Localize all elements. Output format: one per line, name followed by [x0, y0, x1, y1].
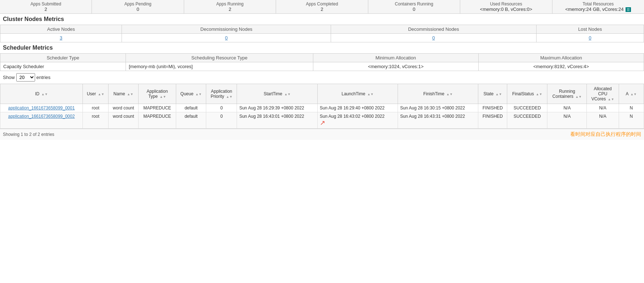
- containers-sort-icon: ▲▼: [575, 95, 582, 99]
- col-final-status[interactable]: FinalStatus ▲▼: [507, 84, 547, 104]
- apps-completed-value: 2: [279, 7, 365, 12]
- col-allocated-cpu[interactable]: AllocatedCPUVCores ▲▼: [587, 84, 619, 104]
- scheduler-metrics-title: Scheduler Metrics: [0, 42, 644, 53]
- cpu-sort-icon: ▲▼: [608, 97, 614, 101]
- total-resources-value: <memory:24 GB, vCores:24 ☰: [555, 7, 641, 12]
- col-state[interactable]: State ▲▼: [478, 84, 507, 104]
- decommissioning-nodes-header: Decommissioning Nodes: [122, 25, 331, 34]
- cell-name: word count: [109, 104, 139, 112]
- lost-nodes-value[interactable]: 0: [536, 34, 644, 42]
- show-entries-control: Show 10 20 50 100 entries: [0, 71, 644, 84]
- cell-app-type: MAPREDUCE: [139, 112, 176, 129]
- cell-user: root: [83, 112, 109, 129]
- apps-submitted-cell: Apps Submitted 2: [0, 0, 92, 13]
- containers-running-cell: Containers Running 0: [368, 0, 460, 13]
- cell-allocated-cpu: N/A: [587, 112, 619, 129]
- maximum-allocation-header: Maximum Allocation: [478, 54, 644, 62]
- minimum-allocation-header: Minimum Allocation: [313, 54, 478, 62]
- apps-submitted-label: Apps Submitted: [3, 1, 89, 7]
- col-user[interactable]: User ▲▼: [83, 84, 109, 104]
- cell-launch-time: Sun Aug 28 16:43:02 +0800 2022↗: [317, 112, 398, 129]
- cell-name: word count: [109, 112, 139, 129]
- decommissioned-nodes-value[interactable]: 0: [331, 34, 536, 42]
- used-resources-label: Used Resources: [463, 1, 549, 7]
- show-label: Show: [3, 75, 15, 80]
- cluster-nodes-title: Cluster Nodes Metrics: [0, 14, 644, 25]
- cell-final-status: SUCCEEDED: [507, 112, 547, 129]
- cell-start-time: Sun Aug 28 16:43:01 +0800 2022: [237, 112, 317, 129]
- apps-pending-value: 0: [95, 7, 181, 12]
- cell-running-containers: N/A: [547, 104, 587, 112]
- apps-submitted-value: 2: [3, 7, 89, 12]
- cell-launch-time: Sun Aug 28 16:29:40 +0800 2022: [317, 104, 398, 112]
- col-start-time[interactable]: StartTime ▲▼: [237, 84, 317, 104]
- minimum-allocation-value: <memory:1024, vCores:1>: [313, 62, 478, 71]
- lost-nodes-header: Lost Nodes: [536, 25, 644, 34]
- col-running-containers[interactable]: RunningContainers ▲▼: [547, 84, 587, 104]
- decommissioning-nodes-value[interactable]: 0: [122, 34, 331, 42]
- apps-completed-cell: Apps Completed 2: [276, 0, 368, 13]
- apps-completed-label: Apps Completed: [279, 1, 365, 7]
- cell-running-containers: N/A: [547, 112, 587, 129]
- table-footer: Showing 1 to 2 of 2 entries 看时间对应自己执行程序的…: [0, 129, 644, 140]
- starttime-sort-icon: ▲▼: [284, 92, 291, 96]
- col-extra[interactable]: A ▲▼: [619, 84, 644, 104]
- cell-final-status: SUCCEEDED: [507, 104, 547, 112]
- col-app-type[interactable]: ApplicationType ▲▼: [139, 84, 176, 104]
- cell-id[interactable]: application_1661673658099_0002: [0, 112, 83, 129]
- scheduling-resource-type-header: Scheduling Resource Type: [126, 54, 313, 62]
- cell-app-type: MAPREDUCE: [139, 104, 176, 112]
- col-launch-time[interactable]: LaunchTime ▲▼: [317, 84, 398, 104]
- cell-user: root: [83, 104, 109, 112]
- priority-sort-icon: ▲▼: [226, 95, 233, 99]
- col-finish-time[interactable]: FinishTime ▲▼: [398, 84, 478, 104]
- name-sort-icon: ▲▼: [127, 92, 134, 96]
- cell-extra: N: [619, 104, 644, 112]
- extra-sort-icon: ▲▼: [630, 92, 637, 96]
- cell-state: FINISHED: [478, 112, 507, 129]
- finishtime-sort-icon: ▲▼: [446, 92, 453, 96]
- cell-state: FINISHED: [478, 104, 507, 112]
- total-resources-label: Total Resources: [555, 1, 641, 7]
- col-app-priority[interactable]: ApplicationPriority ▲▼: [206, 84, 237, 104]
- applications-table: ID ▲▼ User ▲▼ Name ▲▼ ApplicationType ▲▼…: [0, 84, 644, 129]
- applications-table-wrapper: ID ▲▼ User ▲▼ Name ▲▼ ApplicationType ▲▼…: [0, 84, 644, 129]
- queue-sort-icon: ▲▼: [195, 92, 202, 96]
- active-nodes-value[interactable]: 3: [0, 34, 122, 42]
- decommissioned-nodes-header: Decommissioned Nodes: [331, 25, 536, 34]
- cell-finish-time: Sun Aug 28 16:43:31 +0800 2022: [398, 112, 478, 129]
- top-metrics-bar: Apps Submitted 2 Apps Pending 0 Apps Run…: [0, 0, 644, 14]
- maximum-allocation-value: <memory:8192, vCores:4>: [478, 62, 644, 71]
- used-resources-cell: Used Resources <memory:0 B, vCores:0>: [460, 0, 552, 13]
- apps-running-label: Apps Running: [187, 1, 273, 7]
- total-resources-cell: Total Resources <memory:24 GB, vCores:24…: [552, 0, 644, 13]
- id-sort-icon: ▲▼: [41, 92, 48, 96]
- col-queue[interactable]: Queue ▲▼: [176, 84, 206, 104]
- containers-running-value: 0: [371, 7, 457, 12]
- scheduling-resource-type-value: [memory-mb (unit=Mi), vcores]: [126, 62, 313, 71]
- table-row: application_1661673658099_0001rootword c…: [0, 104, 644, 112]
- scheduler-type-header: Scheduler Type: [0, 54, 126, 62]
- col-id[interactable]: ID ▲▼: [0, 84, 83, 104]
- state-sort-icon: ▲▼: [496, 92, 502, 96]
- cell-queue: default: [176, 112, 206, 129]
- finalstatus-sort-icon: ▲▼: [536, 92, 542, 96]
- containers-running-label: Containers Running: [371, 1, 457, 7]
- cell-allocated-cpu: N/A: [587, 104, 619, 112]
- entries-select[interactable]: 10 20 50 100: [16, 73, 35, 82]
- launchtime-sort-icon: ▲▼: [367, 92, 374, 96]
- cell-extra: N: [619, 112, 644, 129]
- user-sort-icon: ▲▼: [98, 92, 105, 96]
- showing-entries: Showing 1 to 2 of 2 entries: [3, 132, 54, 137]
- cluster-nodes-table: Active Nodes Decommissioning Nodes Decom…: [0, 25, 644, 42]
- cell-start-time: Sun Aug 28 16:29:39 +0800 2022: [237, 104, 317, 112]
- teal-badge: ☰: [626, 7, 631, 12]
- used-resources-value: <memory:0 B, vCores:0>: [463, 7, 549, 12]
- cell-priority: 0: [206, 104, 237, 112]
- cell-queue: default: [176, 104, 206, 112]
- cell-id[interactable]: application_1661673658099_0001: [0, 104, 83, 112]
- cell-finish-time: Sun Aug 28 16:30:15 +0800 2022: [398, 104, 478, 112]
- entries-suffix: entries: [37, 75, 51, 80]
- scheduler-type-value: Capacity Scheduler: [0, 62, 126, 71]
- col-name[interactable]: Name ▲▼: [109, 84, 139, 104]
